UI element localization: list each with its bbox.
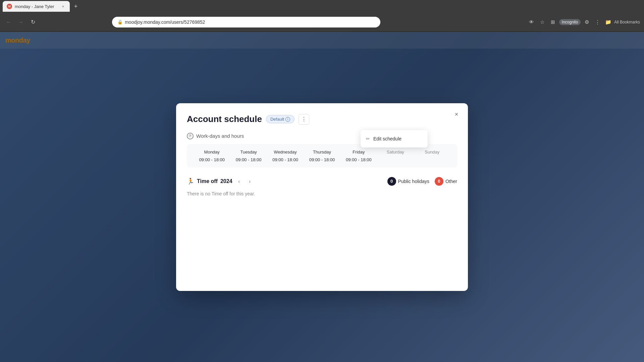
kebab-icon: ⋮ <box>301 116 307 122</box>
split-screen-icon[interactable]: ⊞ <box>548 17 558 27</box>
day-name: Thursday <box>304 149 340 155</box>
edit-schedule-menu-item[interactable]: ✏ Edit schedule <box>361 133 428 145</box>
day-name: Monday <box>194 149 230 155</box>
day-cell-sunday: Sunday <box>414 149 450 162</box>
day-cell-friday: Friday09:00 - 18:00 <box>340 149 377 162</box>
modal-close-button[interactable]: × <box>452 110 461 119</box>
url-text: moodjoy.monday.com/users/52769852 <box>125 19 375 25</box>
dropdown-menu: ✏ Edit schedule <box>361 130 428 147</box>
info-icon: i <box>285 117 290 122</box>
day-hours: 09:00 - 18:00 <box>267 157 304 162</box>
new-tab-button[interactable]: + <box>71 2 80 11</box>
day-hours: 09:00 - 18:00 <box>230 157 267 162</box>
no-timeoff-message: There is no Time off for this year. <box>187 191 457 196</box>
clock-icon: ⏱ <box>187 133 194 139</box>
other-label: Other <box>445 179 457 184</box>
browser-chrome: M monday - Jane Tyler × + ← → ↻ 🔒 moodjo… <box>0 0 644 32</box>
day-hours: 09:00 - 18:00 <box>340 157 377 162</box>
timeoff-year: 2024 <box>220 178 232 184</box>
modal-overlay[interactable]: × Account schedule Default i ⋮ ⏱ Work-da… <box>0 32 644 362</box>
account-schedule-modal: × Account schedule Default i ⋮ ⏱ Work-da… <box>176 103 468 291</box>
public-holidays-badge: 0 Public holidays <box>387 177 429 186</box>
modal-header: Account schedule Default i ⋮ <box>187 114 457 125</box>
active-tab[interactable]: M monday - Jane Tyler × <box>3 1 70 12</box>
day-cell-wednesday: Wednesday09:00 - 18:00 <box>267 149 304 162</box>
public-holidays-count: 0 <box>387 177 396 186</box>
address-bar: ← → ↻ 🔒 moodjoy.monday.com/users/5276985… <box>0 13 644 31</box>
tab-title: monday - Jane Tyler <box>15 4 54 9</box>
browser-actions: 👁 ☆ ⊞ Incognito ⚙ ⋮ 📁 All Bookmarks <box>527 17 640 27</box>
day-cell-monday: Monday09:00 - 18:00 <box>194 149 230 162</box>
forward-button[interactable]: → <box>16 17 25 27</box>
pencil-icon: ✏ <box>366 136 370 141</box>
other-badge: 0 Other <box>435 177 457 186</box>
timeoff-header: 🏃 Time off 2024 ‹ › 0 Public holidays 0 … <box>187 177 457 186</box>
app-background: monday × Account schedule Default i ⋮ <box>0 32 644 362</box>
bookmarks-label: All Bookmarks <box>614 20 640 24</box>
tab-bar: M monday - Jane Tyler × + <box>0 0 644 13</box>
url-bar[interactable]: 🔒 moodjoy.monday.com/users/52769852 <box>112 17 380 27</box>
day-name: Wednesday <box>267 149 304 155</box>
workdays-label: Work-days and hours <box>196 133 244 139</box>
refresh-button[interactable]: ↻ <box>28 17 38 27</box>
default-badge-label: Default <box>270 117 284 122</box>
tab-favicon: M <box>7 4 12 9</box>
day-cell-saturday: Saturday <box>377 149 414 162</box>
other-count: 0 <box>435 177 443 186</box>
menu-icon[interactable]: ⋮ <box>593 17 602 27</box>
default-badge[interactable]: Default i <box>266 115 294 123</box>
eye-slash-icon: 👁 <box>527 17 536 27</box>
public-holidays-label: Public holidays <box>398 179 429 184</box>
prev-year-button[interactable]: ‹ <box>235 177 243 185</box>
timeoff-title: Time off <box>197 178 218 184</box>
next-year-button[interactable]: › <box>246 177 254 185</box>
schedule-grid: Monday09:00 - 18:00Tuesday09:00 - 18:00W… <box>187 144 457 168</box>
back-button[interactable]: ← <box>4 17 13 27</box>
edit-schedule-label: Edit schedule <box>373 136 401 141</box>
extensions-icon[interactable]: ⚙ <box>582 17 591 27</box>
day-hours: 09:00 - 18:00 <box>194 157 230 162</box>
incognito-badge: Incognito <box>559 19 581 25</box>
day-name: Friday <box>340 149 377 155</box>
lock-icon: 🔒 <box>117 19 123 24</box>
day-name: Sunday <box>414 149 450 155</box>
tab-close-button[interactable]: × <box>60 4 66 9</box>
kebab-menu-button[interactable]: ⋮ <box>299 114 309 125</box>
day-cell-tuesday: Tuesday09:00 - 18:00 <box>230 149 267 162</box>
timeoff-left: 🏃 Time off 2024 ‹ › <box>187 177 387 185</box>
day-cell-thursday: Thursday09:00 - 18:00 <box>304 149 340 162</box>
day-name: Saturday <box>377 149 414 155</box>
timeoff-right: 0 Public holidays 0 Other <box>387 177 457 186</box>
day-name: Tuesday <box>230 149 267 155</box>
modal-title: Account schedule <box>187 114 262 124</box>
day-hours: 09:00 - 18:00 <box>304 157 340 162</box>
star-icon[interactable]: ☆ <box>538 17 547 27</box>
bookmarks-icon[interactable]: 📁 <box>603 17 613 27</box>
timeoff-icon: 🏃 <box>187 178 194 185</box>
